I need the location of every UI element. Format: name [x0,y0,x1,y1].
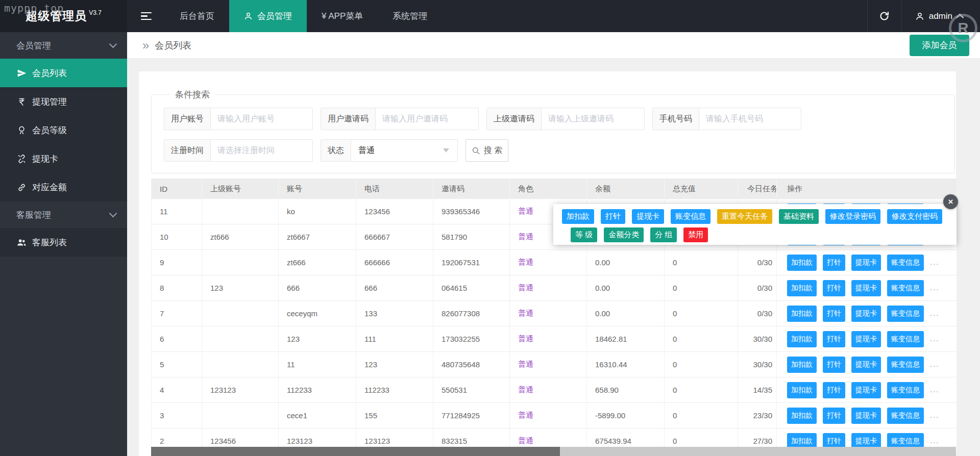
cell-phone: 112233 [356,377,433,403]
popup-action-button[interactable]: 账变信息 [671,209,710,224]
row-action-button[interactable]: 账变信息 [887,306,924,322]
cell-phone: 123 [356,352,433,377]
row-action-button[interactable]: 提现卡 [851,382,881,398]
scrollbar-thumb[interactable] [151,447,560,456]
sidebar-group-header[interactable]: 客服管理 [0,201,127,228]
row-action-button[interactable]: 打针 [823,408,845,424]
search-field-input[interactable] [211,140,312,161]
row-action-button[interactable]: 加扣款 [787,382,817,398]
popup-action-button[interactable]: 基础资料 [779,209,819,224]
popup-row-1: 加扣款打针提现卡账变信息重置今天任务基础资料修改登录密码修改支付密码 [562,209,957,224]
search-field-input[interactable] [211,108,312,130]
search-field-label: 手机号码 [653,108,699,130]
column-header: 上级账号 [202,179,279,199]
user-menu[interactable]: admin [902,0,980,32]
navbar-item-label: ¥ APP菜单 [322,10,363,22]
row-action-button[interactable]: 打针 [823,306,845,322]
row-action-button[interactable]: 加扣款 [787,357,817,373]
cell-recharge: 0 [665,326,738,352]
sidebar-item[interactable]: 提现管理 [0,87,127,116]
sidebar-submenu: 客服列表 [0,228,127,257]
row-action-button[interactable]: 打针 [823,280,845,296]
popup-action-button[interactable]: 禁用 [683,227,708,242]
search-field-input[interactable] [699,108,801,130]
refresh-button[interactable] [867,0,902,32]
row-action-button[interactable]: 提现卡 [851,408,881,424]
sidebar-item[interactable]: 会员列表 [0,59,127,87]
popup-action-button[interactable]: 打针 [601,209,625,224]
popup-action-button[interactable]: 重置今天任务 [717,209,772,224]
row-action-button[interactable]: 提现卡 [851,255,881,271]
row-action-button[interactable]: 打针 [823,331,845,347]
row-action-button[interactable]: 提现卡 [851,331,881,347]
search-button-label: 搜 索 [484,145,502,156]
row-action-button[interactable]: 打针 [823,357,845,373]
row-more-actions[interactable]: ... [930,334,940,343]
row-action-button[interactable]: 加扣款 [787,331,817,347]
column-header: 邀请码 [433,179,510,199]
cell-account: zt6667 [279,224,356,250]
cell-account: 11 [279,352,356,377]
popup-action-button[interactable]: 提现卡 [632,209,664,224]
row-action-button[interactable]: 账变信息 [887,408,924,424]
cell-invite: 480735648 [433,352,510,377]
search-field-input[interactable] [376,108,478,130]
row-more-actions[interactable]: ... [930,309,940,317]
app-title: 超级管理员 [26,8,87,24]
navbar-item[interactable]: 系统管理 [378,0,442,32]
add-member-button[interactable]: 添加会员 [910,35,969,56]
cell-role: 普通 [510,377,587,403]
popup-action-button[interactable]: 修改支付密码 [887,209,942,224]
row-action-button[interactable]: 打针 [823,382,845,398]
row-action-button[interactable]: 账变信息 [887,382,924,398]
sidebar-item[interactable]: 对应金额 [0,173,127,201]
navbar-item[interactable]: ¥ APP菜单 [307,0,378,32]
navbar-item[interactable]: 后台首页 [165,0,229,32]
row-action-button[interactable]: 账变信息 [887,255,924,271]
sidebar-item[interactable]: 客服列表 [0,228,127,257]
cell-recharge: 0 [665,352,738,377]
row-action-button[interactable]: 加扣款 [787,408,817,424]
row-action-button[interactable]: 加扣款 [787,280,817,296]
popup-action-button[interactable]: 等 级 [571,227,597,242]
horizontal-scrollbar[interactable] [151,447,956,456]
cell-balance: 658.90 [587,377,665,403]
close-icon[interactable]: × [943,194,958,209]
popup-action-button[interactable]: 分 组 [650,227,677,242]
row-more-actions[interactable]: ... [930,360,940,368]
table-row: 3cece1155771284925普通-5899.00023/30加扣款打针提… [152,403,957,428]
popup-action-button[interactable]: 金额分类 [604,227,644,242]
cell-phone: 666 [356,275,433,301]
row-action-button[interactable]: 加扣款 [787,306,817,322]
row-action-button[interactable]: 账变信息 [887,357,924,373]
row-action-button[interactable]: 打针 [823,255,845,271]
sidebar-item-label: 提现卡 [32,153,58,165]
sidebar-toggle-button[interactable] [127,0,165,32]
cell-invite: 939365346 [433,199,510,224]
row-more-actions[interactable]: ... [930,385,940,394]
status-select[interactable]: 状态 普通 [321,139,458,162]
row-action-button[interactable]: 提现卡 [851,357,881,373]
navbar-item[interactable]: 会员管理 [229,0,307,32]
row-more-actions[interactable]: ... [930,411,940,419]
popup-action-button[interactable]: 修改登录密码 [825,209,880,224]
row-more-actions[interactable]: ... [930,436,940,445]
search-button[interactable]: 搜 索 [465,139,508,162]
row-action-button[interactable]: 提现卡 [851,306,881,322]
column-header: 操作 [777,179,957,199]
search-field: 上级邀请码 [486,108,645,130]
cell-parent [202,250,279,275]
row-action-button[interactable]: 加扣款 [787,255,817,271]
sidebar-item[interactable]: 会员等级 [0,116,127,144]
sidebar-group-header[interactable]: 会员管理 [0,32,127,59]
cell-balance: -5899.00 [587,403,665,428]
row-action-button[interactable]: 账变信息 [887,331,924,347]
search-field-input[interactable] [542,108,644,130]
row-more-actions[interactable]: ... [930,283,940,292]
sidebar-item[interactable]: 提现卡 [0,144,127,173]
row-action-button[interactable]: 账变信息 [887,280,924,296]
row-action-button[interactable]: 提现卡 [851,280,881,296]
cell-actions: 加扣款打针提现卡账变信息... [777,377,957,403]
popup-action-button[interactable]: 加扣款 [562,209,594,224]
row-more-actions[interactable]: ... [930,258,940,266]
